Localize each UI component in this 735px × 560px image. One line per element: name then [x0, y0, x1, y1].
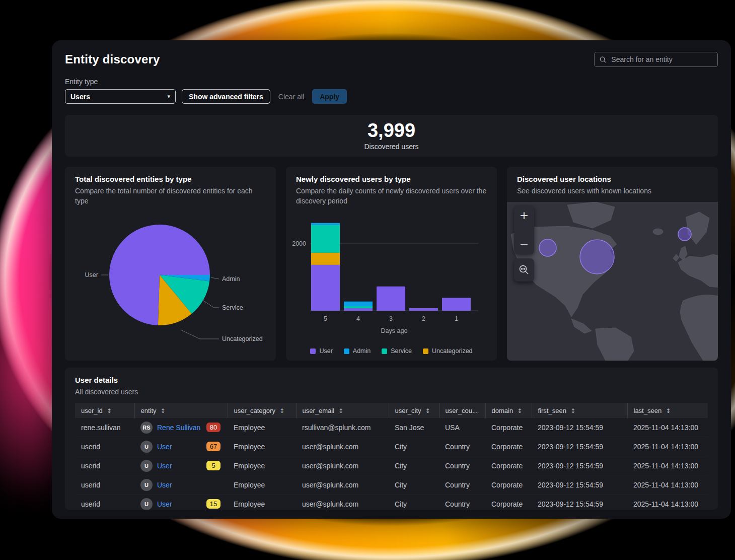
location-bubble[interactable]: [580, 240, 614, 274]
cell-domain: Corporate: [485, 495, 532, 510]
search-icon: [600, 56, 606, 63]
legend-item-service[interactable]: Service: [382, 347, 412, 355]
cell-user_country: Country: [439, 437, 485, 456]
user-details-card: User details All discovered users user_i…: [65, 368, 718, 510]
map-svg: [507, 202, 718, 361]
cell-user_id: userid: [75, 456, 134, 475]
cell-user_email: rsullivan@splunk.com: [296, 418, 389, 437]
entity-link[interactable]: User: [157, 500, 172, 508]
bar-card-title: Newly discovered users by type: [296, 175, 487, 183]
column-label: user_id: [81, 407, 103, 414]
table-header-row: user_id↕entity↕user_category↕user_email↕…: [75, 403, 708, 418]
filter-row: Users ▾ Show advanced filters Clear all …: [65, 89, 718, 104]
bar-card-subtitle: Compare the daily counts of newly discov…: [296, 186, 487, 206]
entity-search-box[interactable]: [594, 52, 718, 67]
user-details-table: user_id↕entity↕user_category↕user_email↕…: [75, 403, 708, 510]
pie-label-user: User: [85, 271, 98, 278]
entity-link[interactable]: User: [157, 481, 172, 489]
pie-label-admin: Admin: [222, 275, 240, 283]
cell-user_country: USA: [439, 418, 485, 437]
clear-all-button[interactable]: Clear all: [276, 93, 306, 101]
entity-type-dropdown[interactable]: Users ▾: [65, 89, 176, 104]
cell-first_seen: 2023-09-12 15:54:59: [532, 418, 627, 437]
zoom-out-icon[interactable]: −: [520, 240, 529, 249]
cell-last_seen: 2025-11-04 14:13:00: [627, 475, 708, 495]
entity-link[interactable]: User: [157, 443, 172, 451]
cell-first_seen: 2023-09-12 15:54:59: [532, 475, 627, 495]
column-header-user_city[interactable]: user_city↕: [389, 403, 439, 418]
bar-user-day4[interactable]: [344, 308, 373, 311]
column-header-user_email[interactable]: user_email↕: [296, 403, 389, 418]
legend-item-user[interactable]: User: [310, 347, 332, 355]
advanced-filters-button[interactable]: Show advanced filters: [182, 89, 270, 104]
cell-last_seen: 2025-11-04 14:13:00: [627, 418, 708, 437]
cell-user_city: City: [389, 475, 439, 495]
charts-row: Total discovered entities by type Compar…: [65, 167, 718, 361]
sort-icon[interactable]: ↕: [517, 407, 522, 414]
cell-last_seen: 2025-11-04 14:13:00: [627, 437, 708, 456]
cell-user_city: San Jose: [389, 418, 439, 437]
bar-uncategorized-day5[interactable]: [311, 253, 340, 265]
bar-user-day1[interactable]: [442, 298, 471, 311]
legend-label: Admin: [353, 347, 371, 355]
bar-admin-day4[interactable]: [344, 302, 373, 306]
cell-user_email: user@splunk.com: [296, 437, 389, 456]
cell-entity: UUser15: [134, 495, 228, 510]
table-row: useridUUser15Employeeuser@splunk.comCity…: [75, 495, 708, 510]
location-bubble[interactable]: [678, 228, 691, 241]
map-card: Discovered user locations See discovered…: [507, 167, 718, 361]
apply-button[interactable]: Apply: [312, 89, 347, 104]
pie-card: Total discovered entities by type Compar…: [65, 167, 276, 361]
entity-link[interactable]: Rene Sullivan: [157, 424, 200, 432]
search-input[interactable]: [610, 55, 712, 64]
cell-user_category: Employee: [228, 437, 296, 456]
cell-user_category: Employee: [228, 475, 296, 495]
column-label: user_email: [303, 407, 335, 414]
column-label: user_city: [395, 407, 421, 414]
column-header-domain[interactable]: domain↕: [485, 403, 532, 418]
sort-icon[interactable]: ↕: [161, 407, 166, 414]
bar-admin-day5[interactable]: [311, 223, 340, 225]
sort-icon[interactable]: ↕: [425, 407, 430, 414]
column-header-last_seen[interactable]: last_seen↕: [627, 403, 708, 418]
bar-service-day5[interactable]: [311, 225, 340, 253]
legend-swatch: [310, 348, 316, 354]
table-row: useridUUser5Employeeuser@splunk.comCityC…: [75, 456, 708, 475]
x-tick-2: 2: [422, 315, 425, 322]
cell-user_city: City: [389, 456, 439, 475]
pie-card-subtitle: Compare the total number of discovered e…: [75, 186, 266, 206]
zoom-in-icon[interactable]: +: [520, 211, 529, 220]
legend-swatch: [423, 348, 428, 354]
column-header-first_seen[interactable]: first_seen↕: [532, 403, 627, 418]
column-label: last_seen: [634, 407, 662, 414]
column-header-user_id[interactable]: user_id↕: [75, 403, 134, 418]
pie-label-service: Service: [222, 304, 243, 311]
dropdown-value: Users: [70, 93, 90, 101]
zoom-reset-button[interactable]: [514, 258, 534, 282]
cell-user_email: user@splunk.com: [296, 475, 389, 495]
world-map[interactable]: + −: [507, 202, 718, 361]
sort-icon[interactable]: ↕: [338, 407, 343, 414]
risk-badge: 67: [206, 442, 220, 451]
bar-service-day4[interactable]: [344, 306, 373, 308]
bar-user-day3[interactable]: [377, 287, 405, 311]
column-header-entity[interactable]: entity↕: [134, 403, 228, 418]
legend-item-admin[interactable]: Admin: [344, 347, 371, 355]
sort-icon[interactable]: ↕: [279, 407, 284, 414]
column-label: user_cou...: [446, 407, 478, 414]
location-bubble[interactable]: [539, 239, 556, 256]
x-tick-1: 1: [455, 315, 458, 322]
legend-item-uncategorized[interactable]: Uncategorized: [423, 347, 473, 355]
legend-label: Uncategorized: [432, 347, 473, 355]
map-zoom-controls: + −: [514, 206, 534, 254]
column-header-user_country[interactable]: user_cou...: [439, 403, 485, 418]
bar-user-day5[interactable]: [311, 265, 340, 311]
entity-link[interactable]: User: [157, 462, 172, 470]
cell-user_category: Employee: [228, 418, 296, 437]
column-header-user_category[interactable]: user_category↕: [228, 403, 296, 418]
sort-icon[interactable]: ↕: [570, 407, 575, 414]
sort-icon[interactable]: ↕: [107, 407, 112, 414]
bar-user-day2[interactable]: [409, 308, 438, 311]
x-tick-3: 3: [389, 315, 393, 322]
sort-icon[interactable]: ↕: [666, 407, 671, 414]
